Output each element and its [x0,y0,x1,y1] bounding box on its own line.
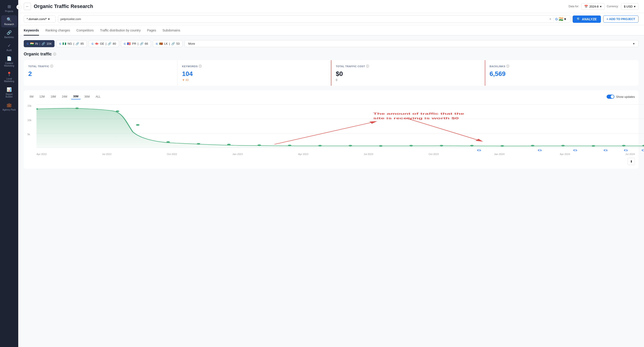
sidebar-item-label: Report Builder [2,93,16,98]
research-icon: 🔍 [6,17,12,22]
data-for-label: Data for: [568,5,579,8]
chevron-down-icon: ▾ [564,17,566,21]
time-btn-30m[interactable]: 30M [71,94,81,100]
metric-sub: ▼ 43 [182,78,326,82]
export-icon: ⬆ [630,160,632,163]
country-chip-ng[interactable]: G 🇳🇬 NG | 🔗 85 [56,40,87,47]
link-icon: 🔗 [76,42,79,45]
time-btn-36m[interactable]: 36M [82,94,92,99]
page-title: Organic Traffic Research [34,4,566,9]
tab-competitors[interactable]: Competitors [76,25,94,36]
calendar-icon: 📅 [584,5,588,8]
country-chip-lk[interactable]: G 🇱🇰 LK | 🔗 53 [153,40,182,47]
sidebar-item-projects[interactable]: ⊞ Projects [1,2,17,14]
add-to-project-button[interactable]: + ADD TO PROJECT [603,16,638,22]
metric-value: $0 [336,70,480,78]
flag-pr: 🇵🇷 [127,42,131,45]
tabs-bar: Keywords Ranking changes Competitors Tra… [18,25,644,36]
info-icon[interactable]: ⓘ [50,64,53,68]
show-updates-label: Show updates [616,95,635,98]
time-btn-all[interactable]: ALL [93,94,102,99]
sidebar-item-report-builder[interactable]: 📊 Report Builder [1,85,17,100]
link-count: 104 [46,42,52,45]
svg-point-16 [409,145,413,146]
date-selector-button[interactable]: 📅 2024-8 ▾ [581,3,604,10]
analyze-button[interactable]: 🔍 ANALYZE [572,16,601,23]
tab-subdomains[interactable]: Subdomains [162,25,180,36]
more-countries-button[interactable]: More ▾ [184,40,638,47]
currency-value: $ USD [624,5,632,8]
info-icon[interactable]: ⓘ [53,52,56,56]
country-chip-pr[interactable]: G 🇵🇷 PR | 🔗 66 [121,40,151,47]
google-logo: G [555,17,558,21]
flag-ng: 🇳🇬 [62,42,66,45]
info-icon[interactable]: ⓘ [506,64,510,68]
chart-controls: 6M 12M 18M 24M 30M 36M ALL Show updates [27,94,635,100]
content-area: G 🇮🇳 IN | 🔗 104 G 🇳🇬 NG | 🔗 85 G 🇬🇪 GE | [18,36,644,347]
sidebar-item-content-marketing[interactable]: 📄 Content Marketing [1,54,17,69]
export-area: ⬆ [27,158,635,165]
sidebar-item-backlinks[interactable]: 🔗 Backlinks [1,28,17,40]
metric-backlinks: BACKLINKS ⓘ 6,569 [485,60,638,86]
clear-search-button[interactable]: × [549,17,552,21]
sidebar-item-research[interactable]: 🔍 Research [1,15,17,27]
time-btn-6m[interactable]: 6M [27,94,36,99]
tab-traffic-distribution[interactable]: Traffic distribution by country [100,25,141,36]
info-icon[interactable]: ⓘ [366,64,369,68]
svg-text:The amount of traffic that the: The amount of traffic that the [373,112,464,115]
add-project-label: + ADD TO PROJECT [606,17,635,21]
google-flag-selector[interactable]: G 🇮🇳 ▾ [553,17,568,21]
sidebar-item-local-marketing[interactable]: 📍 Local Marketing [1,70,17,84]
country-filter-row: G 🇮🇳 IN | 🔗 104 G 🇳🇬 NG | 🔗 85 G 🇬🇪 GE | [24,40,638,47]
report-builder-icon: 📊 [6,87,12,92]
metric-value: 104 [182,70,326,78]
svg-point-14 [349,145,352,146]
svg-point-6 [116,110,119,112]
google-logo: G [124,42,126,45]
currency-selector-button[interactable]: $ USD ▾ [621,3,638,10]
separator: | [74,42,74,45]
svg-point-7 [136,124,140,126]
content-marketing-icon: 📄 [6,56,12,61]
domain-filter-select[interactable]: *.domain.com/* ▾ [24,16,56,22]
svg-point-10 [227,144,231,146]
metric-value: 6,569 [490,70,634,78]
traffic-chart: G G G G G G [36,102,644,152]
analyze-label: ANALYZE [582,17,597,21]
y-axis-labels: 5k 10k 15k [27,104,36,147]
country-code: GE [100,42,104,45]
tab-keywords[interactable]: Keywords [24,25,39,36]
sidebar-item-label: Research [4,23,14,26]
country-chip-in[interactable]: G 🇮🇳 IN | 🔗 104 [24,40,54,47]
metric-label: TOTAL TRAFFIC COST ⓘ [336,64,480,68]
info-icon[interactable]: ⓘ [199,64,202,68]
domain-search-input[interactable] [60,16,548,22]
svg-point-9 [197,143,200,145]
show-updates-toggle-switch[interactable] [606,94,614,99]
svg-text:site is receiving is worth $0: site is receiving is worth $0 [373,116,458,120]
country-chip-ge[interactable]: G 🇬🇪 GE | 🔗 80 [89,40,119,47]
search-bar: × G 🇮🇳 ▾ [58,15,570,23]
country-code: PR [132,42,136,45]
projects-icon: ⊞ [8,4,11,9]
svg-point-21 [561,145,565,146]
organic-traffic-title: Organic traffic ⓘ [24,52,638,56]
separator: | [40,42,40,45]
back-button[interactable]: ← [24,3,31,10]
link-count: 85 [80,42,84,45]
svg-point-20 [531,145,534,146]
svg-point-22 [592,145,595,147]
sidebar-item-agency-pack[interactable]: 💼 Agency Pack [1,101,17,113]
export-button[interactable]: ⬆ [628,158,635,165]
svg-point-18 [470,145,474,146]
tab-ranking-changes[interactable]: Ranking changes [46,25,70,36]
sidebar-item-audit[interactable]: ✓ Audit [1,41,17,53]
header: ← Organic Traffic Research Data for: 📅 2… [18,0,644,13]
sidebar-collapse-button[interactable]: › [16,4,22,10]
svg-point-5 [75,108,79,109]
tab-pages[interactable]: Pages [147,25,156,36]
time-btn-18m[interactable]: 18M [48,94,58,99]
time-btn-24m[interactable]: 24M [60,94,69,99]
svg-point-15 [379,145,383,147]
time-btn-12m[interactable]: 12M [37,94,47,99]
